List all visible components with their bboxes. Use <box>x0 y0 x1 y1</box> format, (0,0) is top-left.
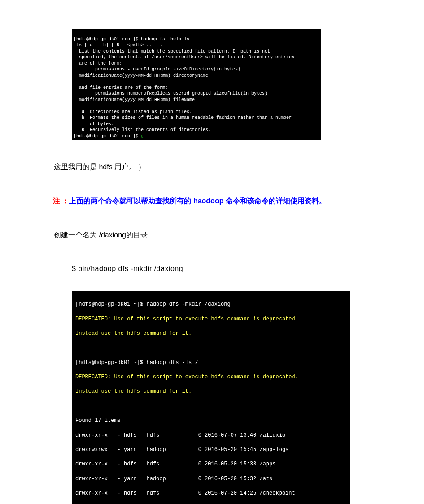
terminal-output-help-ls: [hdfs@hdp-gp-dk01 root]$ hadoop fs -help… <box>72 29 321 140</box>
deprecated-line: Instead use the hdfs command for it. <box>75 330 348 337</box>
shell-prompt: [hdfs@hdp-gp-dk01 root]$ <box>74 134 141 139</box>
terminal-output-mkdir-ls: [hdfs@hdp-gp-dk01 ~]$ hadoop dfs -mkdir … <box>72 291 350 504</box>
found-items: Found 17 items <box>75 417 348 424</box>
note-body: 上面的两个命令就可以帮助查找所有的 haodoop 命令和该命令的详细使用资料。 <box>69 197 326 205</box>
shell-line: [hdfs@hdp-gp-dk01 ~]$ hadoop dfs -mkdir … <box>75 301 348 308</box>
deprecated-line: DEPRECATED: Use of this script to execut… <box>75 316 348 323</box>
table-row: drwxr-xr-x - yarn hadoop 0 2016-05-20 15… <box>75 475 348 482</box>
shell-prompt: [hdfs@hdp-gp-dk01 root]$ <box>74 37 141 42</box>
deprecated-line: DEPRECATED: Use of this script to execut… <box>75 373 348 381</box>
table-row: drwxrwxrwx - yarn hadoop 0 2016-05-20 15… <box>75 446 348 453</box>
note-prefix: 注 ： <box>53 197 69 205</box>
deprecated-line: Instead use the hdfs command for it. <box>75 388 348 395</box>
terminal-body: -ls [-d] [-h] [-R] [<path> ...] : List t… <box>74 43 294 132</box>
paragraph-user-note: 这里我用的是 hdfs 用户。 ） <box>54 162 424 172</box>
cursor-icon: ▯ <box>141 134 144 139</box>
command-mkdir: $ bin/hadoop dfs -mkdir /daxiong <box>72 265 424 273</box>
table-row: drwxr-xr-x - hdfs hdfs 0 2016-07-07 13:4… <box>75 432 348 439</box>
shell-command: hadoop fs -help ls <box>141 37 189 42</box>
table-row: drwxr-xr-x - hdfs hdfs 0 2016-07-20 14:2… <box>75 490 348 497</box>
table-row: drwxr-xr-x - hdfs hdfs 0 2016-05-20 15:3… <box>75 460 348 468</box>
shell-line: [hdfs@hdp-gp-dk01 ~]$ hadoop dfs -ls / <box>75 359 348 366</box>
paragraph-mkdir: 创建一个名为 /daxiong的目录 <box>54 231 424 240</box>
note-line: 注 ：上面的两个命令就可以帮助查找所有的 haodoop 命令和该命令的详细使用… <box>53 197 424 206</box>
